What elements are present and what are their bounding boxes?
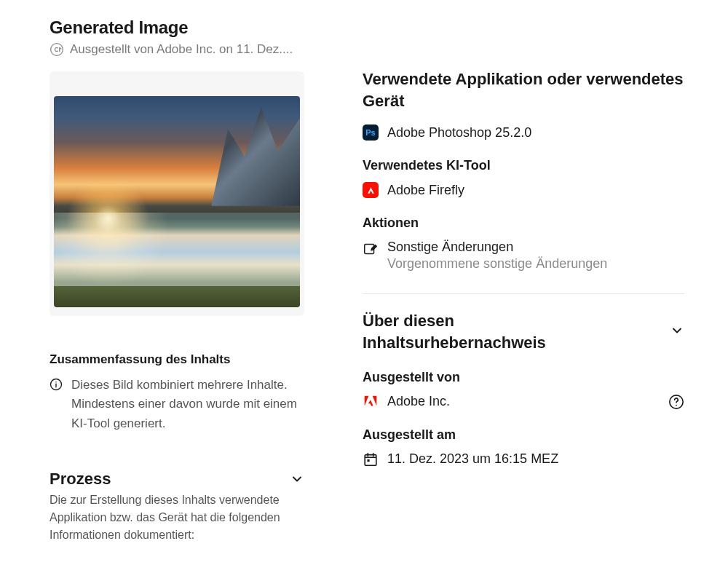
image-card	[50, 71, 304, 316]
svg-rect-7	[367, 459, 369, 462]
app-name: Adobe Photoshop 25.2.0	[387, 125, 531, 141]
issuer-row: Adobe Inc.	[363, 394, 684, 410]
generated-image-preview[interactable]	[54, 96, 300, 307]
ai-name: Adobe Firefly	[387, 183, 464, 198]
subtitle-row: Ausgestellt von Adobe Inc. on 11. Dez...…	[50, 42, 304, 57]
right-column: Verwendete Applikation oder verwendetes …	[363, 17, 684, 556]
process-heading: Prozess	[50, 470, 111, 489]
app-row: Ps Adobe Photoshop 25.2.0	[363, 125, 684, 141]
chevron-down-icon	[670, 323, 684, 338]
process-note: Die zur Erstellung dieses Inhalts verwen…	[50, 491, 304, 544]
subtitle-text: Ausgestellt von Adobe Inc. on 11. Dez...…	[70, 42, 293, 57]
chevron-down-icon	[290, 472, 304, 486]
actions-section-heading: Aktionen	[363, 216, 684, 231]
date-row: 11. Dez. 2023 um 16:15 MEZ	[363, 451, 684, 467]
about-heading: Über diesen Inhaltsurhebernachweis	[363, 310, 596, 353]
ai-section-heading: Verwendetes KI-Tool	[363, 158, 684, 173]
svg-point-0	[51, 44, 63, 56]
about-toggle[interactable]: Über diesen Inhaltsurhebernachweis	[363, 310, 684, 353]
issued-by-heading: Ausgestellt von	[363, 370, 684, 385]
calendar-icon	[363, 451, 379, 467]
issuer-name: Adobe Inc.	[387, 394, 450, 409]
svg-point-2	[55, 382, 57, 383]
issued-at-heading: Ausgestellt am	[363, 427, 684, 443]
summary-heading: Zusammenfassung des Inhalts	[50, 352, 304, 367]
summary-row: Dieses Bild kombiniert mehrere Inhalte. …	[50, 376, 304, 433]
left-column: Generated Image Ausgestellt von Adobe In…	[50, 17, 304, 556]
page-title: Generated Image	[50, 17, 304, 38]
adobe-app-icon	[363, 182, 379, 198]
help-icon[interactable]	[668, 394, 684, 410]
action-text: Sonstige Änderungen Vorgenommene sonstig…	[387, 240, 607, 272]
issued-at-value: 11. Dez. 2023 um 16:15 MEZ	[387, 451, 558, 467]
content-credentials-icon	[50, 42, 64, 57]
svg-point-5	[676, 404, 677, 406]
action-secondary: Vorgenommene sonstige Änderungen	[387, 256, 607, 272]
action-primary: Sonstige Änderungen	[387, 240, 607, 255]
summary-text: Dieses Bild kombiniert mehrere Inhalte. …	[71, 376, 304, 433]
photoshop-icon: Ps	[363, 125, 379, 141]
info-icon	[50, 378, 63, 391]
app-section-heading: Verwendete Applikation oder verwendetes …	[363, 68, 684, 111]
edit-icon	[363, 241, 379, 257]
divider	[363, 293, 684, 294]
svg-rect-6	[365, 454, 376, 465]
adobe-logo-icon	[363, 394, 379, 410]
ai-row: Adobe Firefly	[363, 182, 684, 198]
action-row: Sonstige Änderungen Vorgenommene sonstig…	[363, 240, 684, 272]
process-toggle[interactable]: Prozess	[50, 470, 304, 489]
